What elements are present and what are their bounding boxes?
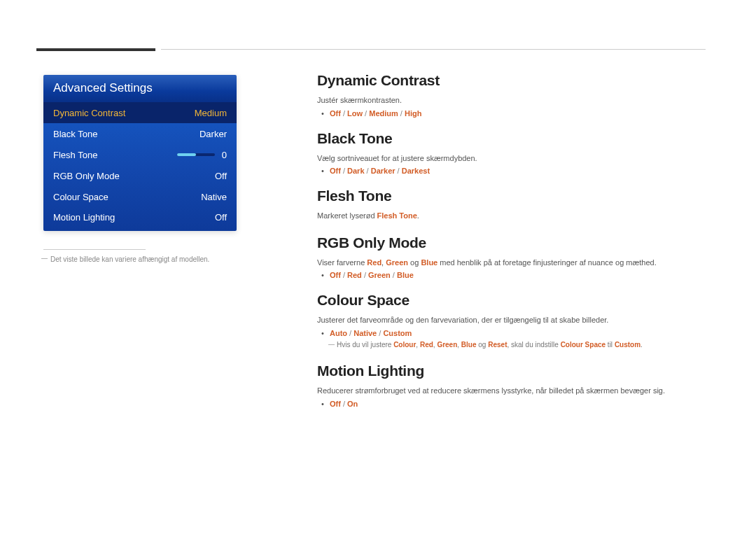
panel-row-flesh-tone[interactable]: Flesh Tone 0 — [43, 144, 237, 165]
section-note: Hvis du vil justere Colour, Red, Green, … — [317, 340, 706, 351]
section-desc: Vælg sortniveauet for at justere skærmdy… — [317, 153, 706, 164]
section-options: Auto / Native / Custom — [317, 329, 706, 337]
section-desc: Justér skærmkontrasten. — [317, 94, 706, 106]
section-desc: Justerer det farveområde og den farvevar… — [317, 314, 706, 326]
section-options: Off / Dark / Darker / Darkest — [317, 167, 706, 175]
section-title: RGB Only Mode — [317, 234, 706, 251]
panel-row-black-tone[interactable]: Black Tone Darker — [43, 123, 237, 144]
section-desc: Reducerer strømforbruget ved at reducere… — [317, 385, 706, 397]
section-title: Colour Space — [317, 292, 706, 309]
row-value: Native — [201, 192, 227, 202]
panel-row-colour-space[interactable]: Colour Space Native — [43, 186, 237, 207]
panel-row-motion-lighting[interactable]: Motion Lighting Off — [43, 207, 237, 231]
flesh-tone-slider[interactable] — [177, 153, 215, 156]
row-label: Motion Lighting — [53, 212, 215, 223]
row-label: RGB Only Mode — [53, 171, 215, 181]
slider-fill — [177, 153, 196, 156]
row-label: Dynamic Contrast — [53, 108, 195, 118]
section-motion-lighting: Motion Lighting Reducerer strømforbruget… — [317, 363, 706, 408]
row-value: Off — [215, 212, 227, 223]
header-accent-bar — [36, 48, 155, 51]
section-options: Off / On — [317, 400, 706, 408]
row-label: Flesh Tone — [53, 150, 177, 160]
panel-body: Dynamic Contrast Medium Black Tone Darke… — [43, 102, 237, 231]
row-value: Off — [215, 171, 227, 181]
section-desc: Viser farverne Red, Green og Blue med he… — [317, 257, 706, 269]
section-black-tone: Black Tone Vælg sortniveauet for at just… — [317, 130, 706, 176]
row-value: Darker — [200, 129, 227, 139]
row-value-wrap: 0 — [177, 150, 227, 160]
section-title: Black Tone — [317, 130, 706, 147]
row-label: Black Tone — [53, 129, 200, 139]
row-label: Colour Space — [53, 192, 201, 202]
section-flesh-tone: Flesh Tone Markeret lyserød Flesh Tone. — [317, 188, 706, 222]
footnote-divider — [43, 249, 146, 250]
section-colour-space: Colour Space Justerer det farveområde og… — [317, 292, 706, 350]
panel-row-dynamic-contrast[interactable]: Dynamic Contrast Medium — [43, 102, 237, 123]
section-title: Motion Lighting — [317, 363, 706, 379]
section-rgb-only: RGB Only Mode Viser farverne Red, Green … — [317, 234, 706, 280]
section-desc: Markeret lyserød Flesh Tone. — [317, 210, 706, 222]
row-value: Medium — [195, 108, 227, 118]
header-rule — [161, 49, 706, 50]
panel-row-rgb-only[interactable]: RGB Only Mode Off — [43, 165, 237, 186]
section-dynamic-contrast: Dynamic Contrast Justér skærmkontrasten.… — [317, 72, 706, 118]
advanced-settings-panel: Advanced Settings Dynamic Contrast Mediu… — [43, 75, 237, 231]
panel-footnote: Det viste billede kan variere afhængigt … — [43, 255, 237, 263]
section-title: Dynamic Contrast — [317, 72, 706, 89]
left-column: Advanced Settings Dynamic Contrast Mediu… — [43, 75, 237, 263]
right-column: Dynamic Contrast Justér skærmkontrasten.… — [317, 72, 706, 421]
section-title: Flesh Tone — [317, 188, 706, 204]
section-options: Off / Low / Medium / High — [317, 109, 706, 118]
row-value: 0 — [222, 150, 227, 160]
panel-title: Advanced Settings — [43, 75, 237, 102]
section-options: Off / Red / Green / Blue — [317, 271, 706, 279]
